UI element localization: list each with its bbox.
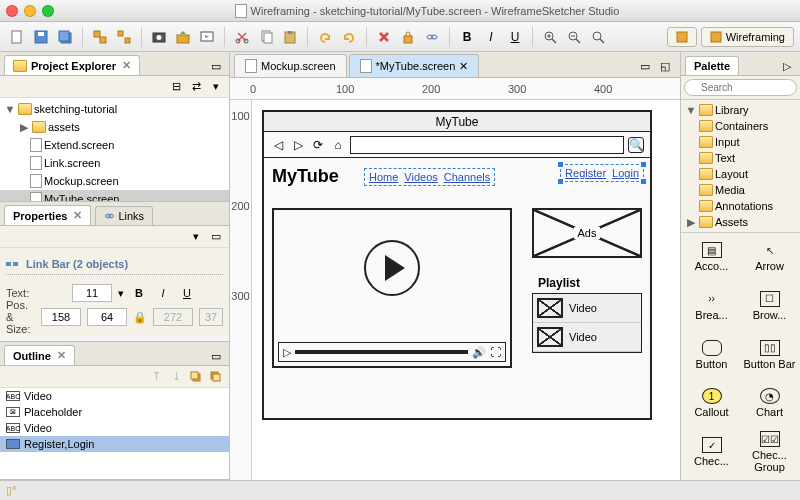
screenshot-button[interactable]: [148, 26, 170, 48]
palette-item-arrow[interactable]: ↖Arrow: [741, 235, 798, 279]
playlist-item[interactable]: Video: [533, 323, 641, 352]
palette-tab[interactable]: Palette: [685, 56, 739, 75]
zoom-out-button[interactable]: [563, 26, 585, 48]
bold-toggle[interactable]: B: [130, 282, 148, 304]
ads-placeholder[interactable]: Ads: [532, 208, 642, 258]
outline-tab[interactable]: Outline✕: [4, 345, 75, 365]
tree-file[interactable]: Link.screen: [0, 154, 229, 172]
palette-item-button[interactable]: Button: [683, 333, 740, 377]
play-button-icon[interactable]: [364, 240, 420, 296]
zoom-window-button[interactable]: [42, 5, 54, 17]
palette-category[interactable]: Input: [683, 134, 798, 150]
tree-project[interactable]: ▼sketching-tutorial: [0, 100, 229, 118]
lock-aspect-icon[interactable]: 🔒: [133, 311, 147, 324]
italic-toggle[interactable]: I: [154, 282, 172, 304]
minimize-view-button[interactable]: ▭: [207, 228, 225, 246]
cut-button[interactable]: [231, 26, 253, 48]
font-size-dropdown[interactable]: ▾: [118, 287, 124, 300]
auth-linkbar-selected[interactable]: Register Login: [560, 164, 644, 182]
close-tab-icon[interactable]: ✕: [122, 59, 131, 72]
properties-tab[interactable]: Properties✕: [4, 205, 91, 225]
play-small-icon[interactable]: ▷: [283, 346, 291, 359]
group-button[interactable]: [89, 26, 111, 48]
save-all-button[interactable]: [54, 26, 76, 48]
project-explorer-tab[interactable]: Project Explorer ✕: [4, 55, 140, 75]
palette-item-checkbox-group[interactable]: ☑☑Chec... Group: [741, 430, 798, 474]
delete-button[interactable]: [373, 26, 395, 48]
pos-x-input[interactable]: [41, 308, 81, 326]
undo-button[interactable]: [314, 26, 336, 48]
underline-toggle[interactable]: U: [178, 282, 196, 304]
outline-list[interactable]: ABCVideo ⊠Placeholder ABCVideo Register,…: [0, 388, 229, 479]
palette-item-checkbox[interactable]: ✓Chec...: [683, 430, 740, 474]
home-icon[interactable]: ⌂: [330, 137, 346, 153]
palette-category[interactable]: Media: [683, 182, 798, 198]
outline-item[interactable]: ABCVideo: [0, 420, 229, 436]
close-tab-icon[interactable]: ✕: [73, 209, 82, 222]
bold-button[interactable]: B: [456, 26, 478, 48]
video-player-mockup[interactable]: ▷ 🔊 ⛶: [272, 208, 512, 368]
minimize-editor-button[interactable]: ▭: [636, 57, 654, 75]
project-tree[interactable]: ▼sketching-tutorial ▶assets Extend.scree…: [0, 98, 229, 201]
close-tab-icon[interactable]: ✕: [459, 60, 468, 73]
fullscreen-icon[interactable]: ⛶: [490, 346, 501, 358]
save-button[interactable]: [30, 26, 52, 48]
paste-button[interactable]: [279, 26, 301, 48]
volume-icon[interactable]: 🔊: [472, 346, 486, 359]
auth-link-register[interactable]: Register: [565, 167, 606, 179]
view-menu-button[interactable]: ▾: [207, 78, 225, 96]
tree-file-selected[interactable]: MyTube.screen: [0, 190, 229, 201]
link-button[interactable]: [421, 26, 443, 48]
palette-category[interactable]: Annotations: [683, 198, 798, 214]
outline-bring-front-button[interactable]: [187, 368, 205, 386]
close-window-button[interactable]: [6, 5, 18, 17]
palette-item-grid[interactable]: ▤Acco... ↖Arrow ››Brea... ☐Brow... Butto…: [681, 233, 800, 480]
palette-assets-node[interactable]: ▶Assets: [683, 214, 798, 230]
size-w-input[interactable]: [153, 308, 193, 326]
collapse-all-button[interactable]: ⊟: [167, 78, 185, 96]
redo-button[interactable]: [338, 26, 360, 48]
links-tab[interactable]: Links: [95, 206, 153, 225]
palette-item-breadcrumb[interactable]: ››Brea...: [683, 284, 740, 328]
zoom-fit-button[interactable]: [587, 26, 609, 48]
reload-icon[interactable]: ⟳: [310, 137, 326, 153]
maximize-editor-button[interactable]: ◱: [656, 57, 674, 75]
minimize-view-button[interactable]: ▭: [207, 57, 225, 75]
nav-link-channels[interactable]: Channels: [444, 171, 490, 183]
palette-library-node[interactable]: ▼Library: [683, 102, 798, 118]
size-h-input[interactable]: [199, 308, 223, 326]
zoom-in-button[interactable]: [539, 26, 561, 48]
perspective-wireframing[interactable]: Wireframing: [701, 27, 794, 47]
tree-file[interactable]: Extend.screen: [0, 136, 229, 154]
minimize-window-button[interactable]: [24, 5, 36, 17]
palette-chevron-icon[interactable]: ▷: [778, 57, 796, 75]
progress-bar[interactable]: [295, 350, 468, 354]
vertical-ruler[interactable]: 100200300: [230, 100, 252, 480]
editor-canvas[interactable]: MyTube ◁ ▷ ⟳ ⌂ 🔍 MyTube Home: [252, 100, 680, 480]
palette-item-browser[interactable]: ☐Brow...: [741, 284, 798, 328]
pos-y-input[interactable]: [87, 308, 127, 326]
palette-item-buttonbar[interactable]: ▯▯Button Bar: [741, 333, 798, 377]
outline-down-button[interactable]: ⤓: [167, 368, 185, 386]
close-tab-icon[interactable]: ✕: [57, 349, 66, 362]
ungroup-button[interactable]: [113, 26, 135, 48]
palette-category[interactable]: Layout: [683, 166, 798, 182]
auth-link-login[interactable]: Login: [612, 167, 639, 179]
palette-category-tree[interactable]: ▼Library Containers Input Text Layout Me…: [681, 100, 800, 233]
new-button[interactable]: [6, 26, 28, 48]
url-field[interactable]: [350, 136, 624, 154]
editor-tab-mytube[interactable]: *MyTube.screen✕: [349, 54, 480, 77]
outline-item[interactable]: ⊠Placeholder: [0, 404, 229, 420]
search-icon[interactable]: 🔍: [628, 137, 644, 153]
playlist[interactable]: Video Video: [532, 293, 642, 353]
palette-item-chart[interactable]: ◔Chart: [741, 381, 798, 425]
italic-button[interactable]: I: [480, 26, 502, 48]
nav-linkbar[interactable]: Home Videos Channels: [364, 168, 495, 186]
forward-icon[interactable]: ▷: [290, 137, 306, 153]
palette-item-callout[interactable]: 1Callout: [683, 381, 740, 425]
palette-search-input[interactable]: [684, 79, 797, 96]
playlist-item[interactable]: Video: [533, 294, 641, 323]
present-button[interactable]: [196, 26, 218, 48]
outline-item[interactable]: ABCVideo: [0, 388, 229, 404]
underline-button[interactable]: U: [504, 26, 526, 48]
